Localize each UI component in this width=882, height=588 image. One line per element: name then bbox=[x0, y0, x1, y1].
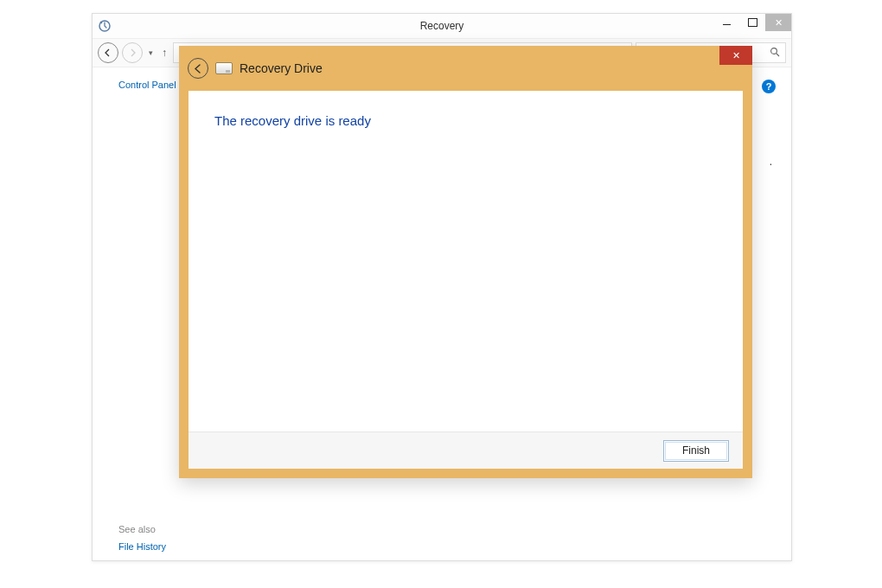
caption-buttons: ✕ bbox=[713, 14, 791, 31]
svg-point-1 bbox=[771, 48, 777, 54]
close-icon: ✕ bbox=[732, 50, 740, 61]
recent-locations-dropdown[interactable]: ▾ bbox=[146, 48, 156, 57]
close-button[interactable]: ✕ bbox=[765, 14, 791, 31]
minimize-button[interactable] bbox=[713, 14, 739, 31]
up-one-level-button[interactable]: ↑ bbox=[159, 47, 169, 59]
wizard-content bbox=[189, 128, 743, 431]
file-history-link[interactable]: File History bbox=[118, 541, 166, 552]
see-also-section: See also File History bbox=[118, 524, 166, 552]
wizard-back-button[interactable] bbox=[188, 58, 208, 79]
titlebar: Recovery ✕ bbox=[93, 14, 791, 39]
see-also-label: See also bbox=[118, 524, 166, 534]
wizard-heading: The recovery drive is ready bbox=[189, 91, 743, 128]
search-icon bbox=[770, 47, 780, 60]
wizard-close-button[interactable]: ✕ bbox=[719, 46, 752, 65]
wizard-titlebar: Recovery Drive ✕ bbox=[179, 46, 752, 91]
nav-forward-button[interactable] bbox=[122, 42, 143, 63]
finish-button[interactable]: Finish bbox=[663, 440, 729, 462]
drive-icon bbox=[215, 62, 233, 74]
maximize-button[interactable] bbox=[739, 14, 765, 31]
window-title: Recovery bbox=[93, 14, 791, 38]
nav-back-button[interactable] bbox=[98, 42, 118, 63]
wizard-body: The recovery drive is ready Finish bbox=[189, 91, 743, 469]
wizard-title: Recovery Drive bbox=[240, 61, 323, 75]
recovery-drive-wizard: Recovery Drive ✕ The recovery drive is r… bbox=[179, 46, 752, 478]
obscured-text-fragment: . bbox=[770, 156, 772, 168]
wizard-footer: Finish bbox=[189, 431, 743, 469]
help-icon[interactable]: ? bbox=[762, 80, 776, 93]
